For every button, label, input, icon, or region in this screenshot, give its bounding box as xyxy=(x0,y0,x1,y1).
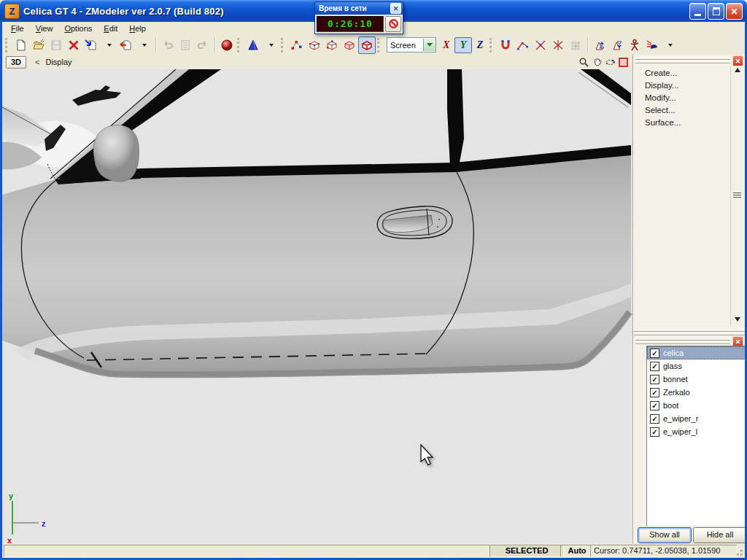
zoom-tool-icon[interactable] xyxy=(578,56,589,68)
axis-y-button[interactable]: Y xyxy=(454,37,472,53)
layer-row-celica[interactable]: ✓ celica xyxy=(647,346,746,359)
hide-all-button[interactable]: Hide all xyxy=(693,527,747,543)
layer-checkbox[interactable]: ✓ xyxy=(650,349,659,358)
screen-space-combo[interactable]: Screen xyxy=(387,37,436,52)
axis-x-button[interactable]: X xyxy=(438,37,454,53)
command-select[interactable]: Select... xyxy=(645,106,676,118)
online-time-display: 0:26:10 xyxy=(317,16,384,32)
command-display[interactable]: Display... xyxy=(645,81,678,93)
undo-button[interactable] xyxy=(159,36,177,54)
scroll-down-icon[interactable] xyxy=(735,317,740,322)
pan-hand-icon[interactable] xyxy=(591,56,603,68)
status-mode: SELECTED MODE xyxy=(489,545,564,557)
toolbar-grip[interactable] xyxy=(237,38,241,52)
vertex-break-button[interactable] xyxy=(532,36,549,54)
panel-drag-handle[interactable] xyxy=(635,341,730,344)
show-all-button[interactable]: Show all xyxy=(638,527,692,543)
skeleton-button[interactable] xyxy=(626,36,643,54)
layer-checkbox[interactable]: ✓ xyxy=(650,375,659,384)
layer-row-zerkalo[interactable]: ✓ Zerkalo xyxy=(647,386,746,399)
toolbar-grip[interactable] xyxy=(5,38,9,52)
move-down-level-button[interactable] xyxy=(608,36,626,54)
scroll-up-icon[interactable] xyxy=(735,68,740,72)
detach-button[interactable] xyxy=(643,36,661,54)
objects-level-button[interactable] xyxy=(358,36,376,54)
restore-icon xyxy=(713,7,720,15)
vertex-weld-button[interactable] xyxy=(514,36,532,54)
mesh-level-button[interactable] xyxy=(341,36,358,54)
polygons-level-button[interactable] xyxy=(323,36,341,54)
viewport-tools xyxy=(578,56,629,68)
delete-button[interactable] xyxy=(65,36,82,54)
detach-dropdown[interactable] xyxy=(661,36,678,54)
history-button[interactable] xyxy=(177,36,194,54)
edges-level-button[interactable] xyxy=(306,36,323,54)
save-button[interactable] xyxy=(47,36,65,54)
restore-button[interactable] xyxy=(708,3,724,20)
layer-row-boot[interactable]: ✓ boot xyxy=(647,399,746,412)
toolbar-grip[interactable] xyxy=(377,38,382,52)
panel-drag-handle[interactable] xyxy=(635,61,730,63)
panel-drag-handle[interactable] xyxy=(635,57,730,60)
layer-row-e-wiper-l[interactable]: ✓ e_wiper_l xyxy=(647,425,746,438)
vertices-level-button[interactable] xyxy=(288,36,306,54)
import-dropdown[interactable] xyxy=(100,36,117,54)
material-editor-button[interactable] xyxy=(218,36,236,54)
minimize-button[interactable] xyxy=(689,3,706,20)
screen-space-value: Screen xyxy=(387,41,423,50)
primitive-dropdown[interactable] xyxy=(262,36,279,54)
redo-button[interactable] xyxy=(194,36,212,54)
menu-options[interactable]: Options xyxy=(58,23,98,34)
grid-snap-button[interactable] xyxy=(567,36,584,54)
magnet-snap-button[interactable] xyxy=(497,36,514,54)
layer-checkbox[interactable]: ✓ xyxy=(650,388,659,397)
command-surface[interactable]: Surface... xyxy=(645,118,681,131)
layer-checkbox[interactable]: ✓ xyxy=(650,401,659,411)
open-file-button[interactable] xyxy=(30,36,47,54)
import-button[interactable] xyxy=(82,36,100,54)
menu-edit[interactable]: Edit xyxy=(98,23,123,34)
create-primitive-button[interactable] xyxy=(244,36,262,54)
close-button[interactable]: ✕ xyxy=(726,3,743,20)
orbit-tool-icon[interactable] xyxy=(604,56,616,68)
layer-checkbox[interactable]: ✓ xyxy=(650,362,659,371)
axis-z-button[interactable]: Z xyxy=(472,37,488,53)
move-up-level-button[interactable] xyxy=(591,36,608,54)
menu-view[interactable]: View xyxy=(30,23,59,34)
app-icon-letter: Z xyxy=(9,6,15,17)
axis-y-label: y xyxy=(9,491,14,500)
export-dropdown[interactable] xyxy=(135,36,152,54)
layer-checkbox[interactable]: ✓ xyxy=(650,414,659,424)
resize-grip-icon[interactable] xyxy=(734,547,743,558)
disconnect-button[interactable] xyxy=(385,16,401,32)
combo-dropdown-button[interactable] xyxy=(423,39,436,51)
panel-drag-handle[interactable] xyxy=(635,338,730,341)
layer-row-e-wiper-r[interactable]: ✓ e_wiper_r xyxy=(647,412,746,425)
vertex-extrude-button[interactable] xyxy=(549,36,567,54)
new-file-button[interactable] xyxy=(12,36,30,54)
menu-file[interactable]: File xyxy=(5,23,30,34)
view-3d-button[interactable]: 3D xyxy=(6,56,26,69)
toolbar-grip[interactable] xyxy=(281,38,285,52)
dropdown-arrow-icon xyxy=(668,44,673,47)
viewport-canvas[interactable]: y z x xyxy=(2,69,633,543)
menu-help[interactable]: Help xyxy=(123,23,152,34)
close-icon: ✕ xyxy=(730,7,738,17)
panel-divider xyxy=(634,329,746,332)
export-button[interactable] xyxy=(117,36,135,54)
command-create[interactable]: Create... xyxy=(645,69,677,81)
commands-panel-close-button[interactable]: ✕ xyxy=(732,55,743,66)
maximize-view-icon[interactable] xyxy=(617,56,629,68)
command-modify[interactable]: Modify... xyxy=(645,93,676,106)
viewport-mode-label[interactable]: Display xyxy=(45,58,71,66)
back-arrow[interactable]: < xyxy=(35,58,39,66)
timer-close-button[interactable]: ✕ xyxy=(390,3,401,14)
timer-title-bar[interactable]: Время в сети ✕ xyxy=(314,1,403,15)
layer-row-glass[interactable]: ✓ glass xyxy=(647,359,746,373)
toolbar-grip[interactable] xyxy=(489,38,494,52)
layers-listbox[interactable]: ✓ celica ✓ glass ✓ bonnet ✓ Zerkalo ✓ bo… xyxy=(646,346,746,526)
status-auto[interactable]: Auto xyxy=(560,545,594,557)
layer-row-bonnet[interactable]: ✓ bonnet xyxy=(647,373,746,386)
scroll-grip-icon[interactable] xyxy=(733,192,741,198)
layer-checkbox[interactable]: ✓ xyxy=(650,427,659,437)
